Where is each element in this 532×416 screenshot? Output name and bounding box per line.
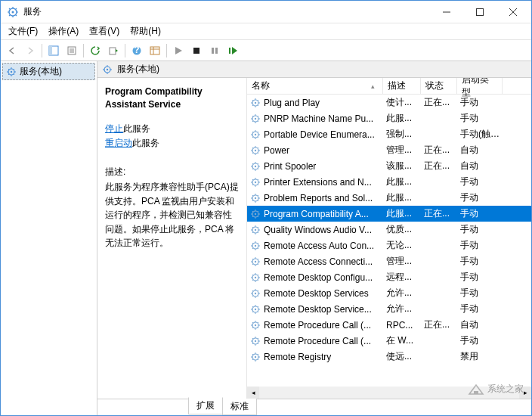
- pane-header: 服务(本地): [97, 61, 531, 78]
- start-service-button[interactable]: [170, 42, 187, 59]
- service-desc: 使远...: [383, 350, 421, 363]
- svg-rect-10: [193, 48, 200, 54]
- menu-action[interactable]: 操作(A): [44, 23, 83, 39]
- service-name: Remote Desktop Services: [264, 288, 369, 299]
- svg-point-49: [255, 340, 256, 341]
- service-row[interactable]: Plug and Play使计...正在...手动: [247, 95, 531, 110]
- forward-button[interactable]: [22, 42, 39, 59]
- service-row[interactable]: Quality Windows Audio V...优质...手动: [247, 222, 531, 237]
- svg-rect-6: [110, 48, 116, 54]
- back-button[interactable]: [4, 42, 20, 59]
- service-row[interactable]: Print Spooler该服...正在...自动: [247, 158, 531, 174]
- close-button[interactable]: [496, 2, 530, 23]
- service-status: 正在...: [421, 207, 457, 220]
- service-desc: 在 W...: [383, 334, 421, 347]
- service-desc: 此服...: [383, 112, 421, 125]
- service-row[interactable]: Remote Desktop Services允许...手动: [247, 285, 531, 301]
- tab-extended[interactable]: 扩展: [188, 397, 223, 414]
- service-name: Problem Reports and Sol...: [264, 193, 373, 203]
- list-body[interactable]: Plug and Play使计...正在...手动PNRP Machine Na…: [247, 95, 531, 387]
- service-name: Printer Extensions and N...: [264, 177, 372, 188]
- svg-point-23: [255, 133, 256, 135]
- service-desc: 远程...: [383, 271, 421, 284]
- service-name: Portable Device Enumera...: [264, 129, 375, 140]
- show-hide-tree-button[interactable]: [45, 42, 62, 59]
- svg-point-21: [255, 117, 256, 119]
- service-startup: 手动: [457, 175, 503, 188]
- svg-rect-13: [229, 48, 230, 54]
- minimize-button[interactable]: [430, 2, 463, 23]
- service-row[interactable]: Portable Device Enumera...强制...手动(触发...: [247, 126, 531, 142]
- tab-standard[interactable]: 标准: [222, 399, 257, 415]
- service-desc: 允许...: [383, 303, 421, 315]
- help-button[interactable]: ?: [128, 42, 145, 59]
- service-startup: 手动: [457, 207, 503, 220]
- service-desc: 管理...: [383, 144, 421, 157]
- properties-button[interactable]: [63, 42, 80, 59]
- column-name[interactable]: 名称▴: [247, 78, 383, 94]
- service-name: Program Compatibility A...: [264, 209, 369, 219]
- service-name: Remote Desktop Configu...: [264, 272, 373, 283]
- stop-service-button[interactable]: [188, 42, 205, 59]
- service-startup: 手动: [457, 303, 503, 315]
- service-row[interactable]: Remote Access Auto Con...无论...手动: [247, 237, 531, 253]
- svg-point-25: [255, 149, 256, 151]
- app-icon: [7, 6, 19, 18]
- stop-link[interactable]: 停止: [105, 123, 123, 134]
- service-row[interactable]: Problem Reports and Sol...此服...手动: [247, 190, 531, 206]
- scroll-left-button[interactable]: ◂: [247, 387, 259, 399]
- service-row[interactable]: Remote Procedure Call (...在 W...手动: [247, 333, 531, 349]
- detail-pane: Program Compatibility Assistant Service …: [97, 78, 247, 399]
- service-desc: 优质...: [383, 223, 421, 236]
- svg-point-35: [255, 228, 256, 230]
- export-button[interactable]: [105, 42, 122, 59]
- refresh-button[interactable]: [87, 42, 104, 59]
- column-desc[interactable]: 描述: [383, 78, 421, 94]
- service-row[interactable]: Remote Access Connecti...管理...手动: [247, 253, 531, 269]
- service-name: Remote Procedure Call (...: [264, 336, 371, 346]
- service-desc: 此服...: [383, 207, 421, 220]
- menu-view[interactable]: 查看(V): [85, 23, 124, 39]
- column-startup[interactable]: 启动类型: [457, 78, 503, 94]
- menu-help[interactable]: 帮助(H): [125, 23, 165, 39]
- svg-rect-9: [150, 47, 159, 54]
- service-row[interactable]: Remote Desktop Service...允许...手动: [247, 301, 531, 317]
- restart-service-button[interactable]: [224, 42, 241, 59]
- sort-asc-icon: ▴: [371, 82, 378, 90]
- selected-service-name: Program Compatibility Assistant Service: [105, 85, 239, 111]
- svg-point-33: [255, 213, 256, 214]
- service-row[interactable]: PNRP Machine Name Pu...此服...手动: [247, 110, 531, 126]
- service-row[interactable]: Remote Registry使远...禁用: [247, 349, 531, 365]
- svg-point-15: [11, 70, 12, 72]
- restart-link[interactable]: 重启动: [105, 138, 132, 148]
- gear-icon: [6, 67, 17, 77]
- svg-point-43: [255, 292, 256, 293]
- service-startup: 手动(触发...: [457, 128, 503, 141]
- menu-bar: 文件(F) 操作(A) 查看(V) 帮助(H): [1, 23, 531, 40]
- pause-service-button[interactable]: [206, 42, 223, 59]
- svg-point-19: [255, 101, 256, 103]
- column-status[interactable]: 状态: [421, 78, 457, 94]
- service-startup: 自动: [457, 144, 503, 157]
- maximize-button[interactable]: [463, 2, 496, 23]
- service-startup: 自动: [457, 160, 503, 172]
- service-name: Remote Desktop Service...: [264, 304, 372, 315]
- service-row[interactable]: Remote Procedure Call (...RPC...正在...自动: [247, 317, 531, 333]
- service-status: 正在...: [421, 96, 457, 109]
- tree-root-services[interactable]: 服务(本地): [2, 63, 95, 80]
- service-name: Power: [264, 145, 289, 156]
- service-row[interactable]: Program Compatibility A...此服...正在...手动: [247, 206, 531, 222]
- service-row[interactable]: Printer Extensions and N...此服...手动: [247, 174, 531, 190]
- window-title: 服务: [23, 5, 430, 18]
- service-row[interactable]: Remote Desktop Configu...远程...手动: [247, 269, 531, 285]
- svg-rect-52: [474, 391, 478, 394]
- menu-file[interactable]: 文件(F): [4, 23, 42, 39]
- svg-point-47: [255, 324, 256, 325]
- service-row[interactable]: Power管理...正在...自动: [247, 142, 531, 158]
- view-list-button[interactable]: [147, 42, 163, 59]
- service-desc: 此服...: [383, 191, 421, 204]
- service-name: Quality Windows Audio V...: [264, 225, 372, 235]
- description-text: 此服务为程序兼容性助手(PCA)提供支持。PCA 监视由用户安装和运行的程序，并…: [105, 180, 239, 250]
- service-startup: 手动: [457, 271, 503, 284]
- tree-pane: 服务(本地): [1, 61, 97, 415]
